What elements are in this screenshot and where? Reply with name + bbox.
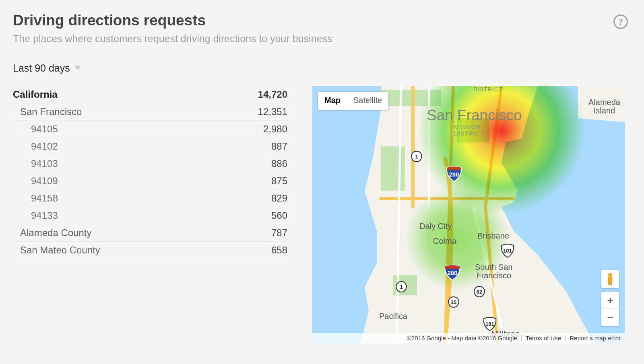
zip-value: 886	[271, 158, 287, 169]
us-101-shield-icon: 101	[482, 316, 498, 332]
map-city-label: AlamedaIsland	[588, 98, 620, 115]
map-district-label: DISTRICT	[473, 86, 503, 93]
zip-value: 560	[271, 210, 287, 221]
map-city-label: Pacifica	[379, 312, 407, 321]
zip-row[interactable]: 94133 560	[13, 207, 291, 224]
svg-rect-11	[611, 282, 612, 285]
region-table: California 14,720 San Francisco 12,351 9…	[13, 86, 291, 259]
map-terms-link[interactable]: Terms of Use	[521, 335, 565, 341]
zip-name: 94109	[31, 175, 58, 187]
map-type-map[interactable]: Map	[318, 92, 347, 110]
zip-value: 875	[271, 175, 287, 187]
map-report-error-link[interactable]: Report a map error	[565, 335, 625, 341]
county-row[interactable]: Alameda County 787	[13, 224, 291, 242]
ca-1-shield-icon: 1	[411, 150, 427, 167]
timeframe-label: Last 90 days	[13, 62, 70, 74]
county-row[interactable]: San Mateo County 658	[13, 242, 291, 259]
us-101-shield-icon: 101	[500, 243, 516, 259]
zoom-out-button[interactable]: −	[601, 309, 619, 326]
heatmap[interactable]: San Francisco DISTRICTMISSIONDISTRICT Da…	[312, 86, 625, 343]
interstate-280-shield-icon: 280	[445, 165, 461, 181]
map-district-label: DISTRICT	[454, 130, 483, 137]
map-city-label: Daly City	[419, 222, 452, 230]
zip-value: 887	[271, 141, 287, 152]
county-value: 658	[271, 245, 287, 256]
page-subtitle: The places where customers request drivi…	[13, 33, 613, 45]
titles: Driving directions requests The places w…	[13, 12, 613, 45]
map-city-label: South SanFrancisco	[475, 263, 512, 280]
county-name: San Mateo County	[20, 245, 100, 256]
ca-1-shield-icon: 1	[395, 281, 411, 297]
map-city-label-main: San Francisco	[427, 107, 522, 124]
map-attribution: ©2016 Google - Map data ©2016 Google Ter…	[312, 333, 625, 343]
svg-text:280: 280	[447, 269, 457, 276]
map-type-toggle[interactable]: Map Satellite	[318, 92, 388, 110]
map-district-label: MISSION	[454, 124, 481, 130]
map-city-label: Colma	[433, 237, 456, 245]
zoom-controls: + −	[601, 292, 619, 326]
state-name: California	[13, 89, 58, 100]
ca-82-shield-icon: 82	[473, 286, 489, 302]
svg-rect-9	[608, 277, 612, 282]
zip-value: 2,980	[263, 123, 287, 135]
county-value: 787	[271, 227, 287, 239]
map-attribution-data: ©2016 Google - Map data ©2016 Google	[403, 335, 521, 341]
state-row[interactable]: California 14,720	[13, 86, 291, 103]
county-row[interactable]: San Francisco 12,351	[13, 103, 291, 121]
svg-point-8	[609, 273, 612, 277]
svg-text:101: 101	[503, 248, 512, 254]
zip-row[interactable]: 94158 829	[13, 190, 291, 207]
interstate-280-shield-icon: 280	[444, 263, 460, 279]
svg-text:101: 101	[485, 321, 494, 327]
chevron-down-icon	[74, 66, 81, 70]
svg-rect-10	[609, 282, 610, 285]
state-value: 14,720	[258, 89, 287, 100]
pegman-icon	[606, 273, 614, 285]
map-city-label: Brisbane	[477, 232, 509, 240]
zip-name: 94103	[31, 158, 58, 169]
zip-row[interactable]: 94103 886	[13, 155, 291, 173]
svg-text:82: 82	[477, 289, 482, 295]
header: Driving directions requests The places w…	[13, 12, 631, 45]
zip-name: 94102	[31, 141, 58, 152]
zip-row[interactable]: 94102 887	[13, 138, 291, 155]
zoom-in-button[interactable]: +	[601, 292, 619, 309]
zip-value: 829	[271, 193, 287, 204]
svg-text:35: 35	[451, 299, 456, 305]
county-name: San Francisco	[20, 106, 82, 117]
svg-text:280: 280	[449, 171, 459, 178]
svg-text:1: 1	[415, 154, 418, 160]
page-title: Driving directions requests	[13, 12, 613, 29]
zip-name: 94133	[31, 210, 58, 221]
content: California 14,720 San Francisco 12,351 9…	[13, 86, 631, 343]
ca-35-shield-icon: 35	[448, 296, 464, 312]
zip-name: 94105	[31, 123, 58, 135]
county-name: Alameda County	[20, 227, 91, 239]
zip-name: 94158	[31, 193, 58, 204]
timeframe-selector[interactable]: Last 90 days	[13, 62, 631, 74]
help-icon[interactable]: ?	[613, 14, 628, 29]
zip-row[interactable]: 94109 875	[13, 173, 291, 190]
svg-text:1: 1	[400, 284, 402, 290]
map-type-satellite[interactable]: Satellite	[347, 92, 388, 110]
zip-row[interactable]: 94105 2,980	[13, 121, 291, 138]
county-value: 12,351	[258, 106, 287, 117]
streetview-pegman[interactable]	[601, 270, 619, 288]
